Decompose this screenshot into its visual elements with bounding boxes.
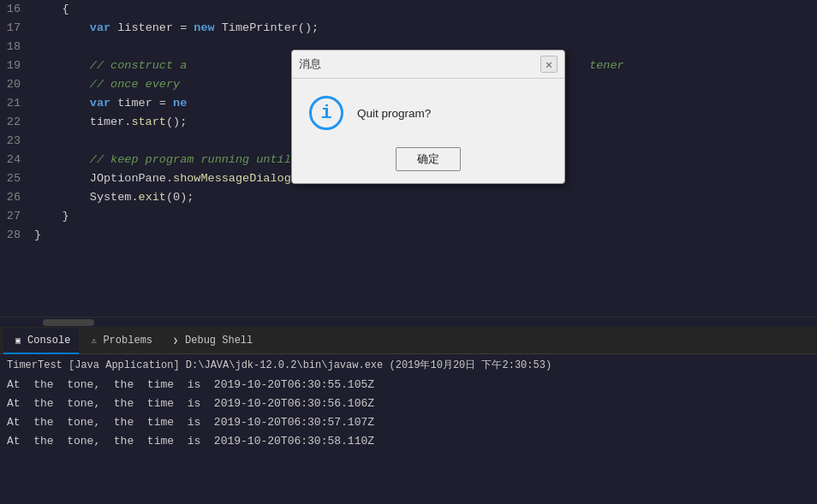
output-line: At the tone, the time is 2019-10-20T06:3… [7, 394, 810, 413]
tab-label: Debug Shell [185, 335, 253, 347]
horizontal-scrollbar[interactable] [0, 317, 817, 327]
scrollbar-thumb[interactable] [43, 319, 94, 326]
dialog-title: 消息 [299, 56, 321, 72]
output-line: At the tone, the time is 2019-10-20T06:3… [7, 376, 810, 394]
code-line: 28} [0, 226, 817, 245]
console-body: TimerTest [Java Application] D:\JAVA\jdk… [0, 354, 817, 504]
dialog-content: i Quit program? [292, 79, 564, 144]
line-content: { [34, 0, 817, 19]
info-icon: i [309, 96, 343, 130]
message-dialog: 消息 ✕ i Quit program? 确定 [291, 50, 565, 184]
tab-icon: ⚠ [87, 335, 99, 347]
console-output: At the tone, the time is 2019-10-20T06:3… [7, 376, 810, 451]
console-tab-problems[interactable]: ⚠Problems [79, 329, 161, 354]
line-content: } [34, 207, 817, 226]
dialog-ok-button[interactable]: 确定 [396, 147, 461, 171]
dialog-close-button[interactable]: ✕ [540, 56, 558, 73]
line-content: } [34, 226, 817, 245]
line-number: 16 [0, 0, 34, 19]
line-number: 24 [0, 151, 34, 169]
console-panel: ▣Console⚠Problems❯Debug Shell TimerTest … [0, 329, 817, 504]
line-number: 27 [0, 207, 34, 226]
line-content: System.exit(0); [34, 188, 817, 207]
line-content: var listener = new TimePrinter(); [34, 19, 817, 38]
console-tab-debug-shell[interactable]: ❯Debug Shell [161, 329, 261, 354]
output-line: At the tone, the time is 2019-10-20T06:3… [7, 432, 810, 451]
line-number: 23 [0, 132, 34, 151]
output-line: At the tone, the time is 2019-10-20T06:3… [7, 413, 810, 432]
console-tabs: ▣Console⚠Problems❯Debug Shell [0, 329, 817, 354]
dialog-titlebar: 消息 ✕ [292, 50, 564, 79]
line-number: 21 [0, 94, 34, 113]
line-number: 25 [0, 169, 34, 188]
line-number: 18 [0, 38, 34, 56]
code-line: 27 } [0, 207, 817, 226]
line-number: 20 [0, 75, 34, 94]
tab-label: Problems [103, 335, 152, 347]
line-number: 19 [0, 56, 34, 75]
code-line: 26 System.exit(0); [0, 188, 817, 207]
dialog-message: Quit program? [357, 107, 431, 120]
line-number: 17 [0, 19, 34, 38]
code-line: 17 var listener = new TimePrinter(); [0, 19, 817, 38]
dialog-buttons: 确定 [292, 144, 564, 183]
tab-icon: ❯ [170, 335, 182, 347]
console-header: TimerTest [Java Application] D:\JAVA\jdk… [7, 358, 810, 372]
line-number: 22 [0, 113, 34, 132]
line-number: 28 [0, 226, 34, 245]
tab-label: Console [27, 335, 70, 347]
code-line: 16 { [0, 0, 817, 19]
tab-icon: ▣ [12, 335, 24, 347]
line-number: 26 [0, 188, 34, 207]
console-tab-console[interactable]: ▣Console [3, 329, 79, 354]
